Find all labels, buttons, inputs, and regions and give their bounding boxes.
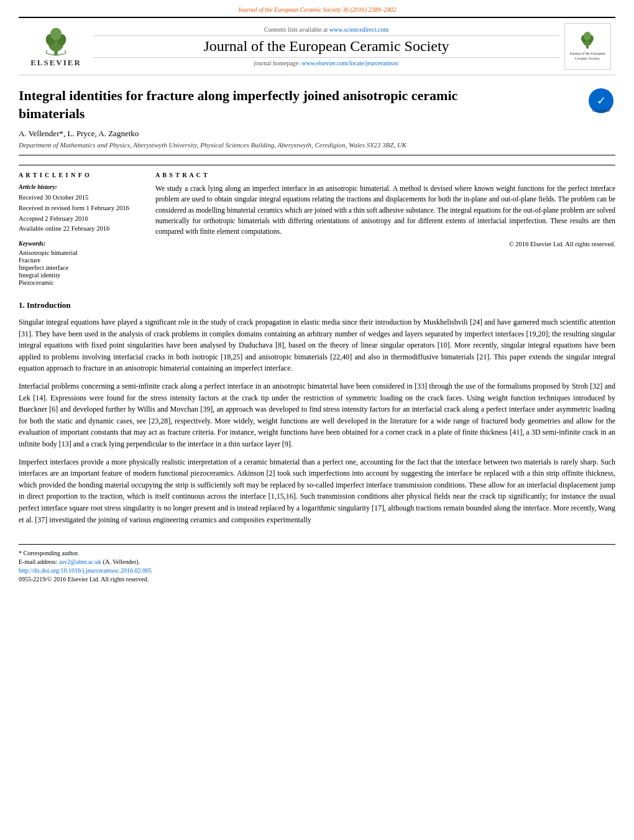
journal-reference-bar: Journal of the European Ceramic Society …	[19, 6, 615, 13]
elsevier-tree-icon	[37, 25, 75, 57]
homepage-line: journal homepage: www.elsevier.com/locat…	[93, 60, 559, 67]
svg-point-9	[584, 32, 591, 40]
journal-ref-text: Journal of the European Ceramic Society …	[237, 6, 396, 13]
svg-text:✓: ✓	[597, 95, 606, 107]
intro-paragraph-3: Imperfect interfaces provide a more phys…	[19, 456, 615, 526]
authors: A. Vellender*, L. Pryce, A. Zagnetko	[19, 129, 615, 139]
corresponding-author-note: * Corresponding author.	[19, 550, 615, 556]
journal-logo-box: Journal of the European Ceramic Society	[564, 23, 611, 70]
intro-heading: 1. Introduction	[19, 299, 615, 312]
doi-line: http://dx.doi.org/10.1016/j.jeurceramsoc…	[19, 567, 615, 574]
elsevier-logo: ELSEVIER	[19, 25, 93, 68]
email-label: E-mail address:	[19, 558, 57, 565]
journal-logo-right: Journal of the European Ceramic Society	[559, 23, 615, 70]
crossmark-container: ✓ CrossMark	[587, 87, 615, 118]
accepted-date: Accepted 2 February 2016	[19, 215, 143, 224]
article-section: ✓ CrossMark Integral identities for frac…	[19, 78, 615, 155]
svg-text:CrossMark: CrossMark	[592, 109, 610, 113]
email-suffix: (A. Vellender).	[103, 558, 140, 565]
article-info-abstract: A R T I C L E I N F O Article history: R…	[19, 165, 615, 287]
article-info-label: A R T I C L E I N F O	[19, 172, 143, 178]
issn-line: 0955-2219/© 2016 Elsevier Ltd. All right…	[19, 576, 615, 583]
contents-line: Contents lists available at www.scienced…	[93, 26, 559, 33]
keyword-1: Anisotropic bimaterial	[19, 249, 143, 256]
email-line: E-mail address: asv2@aber.ac.uk (A. Vell…	[19, 558, 615, 565]
footer: * Corresponding author. E-mail address: …	[19, 544, 615, 583]
article-info-column: A R T I C L E I N F O Article history: R…	[19, 172, 143, 287]
journal-logo-text: Journal of the European Ceramic Society	[567, 52, 609, 62]
available-date: Available online 22 February 2016	[19, 224, 143, 234]
svg-point-4	[50, 27, 62, 40]
intro-paragraph-2: Interfacial problems concerning a semi-i…	[19, 381, 615, 450]
elsevier-wordmark: ELSEVIER	[30, 58, 81, 68]
author-email[interactable]: asv2@aber.ac.uk	[59, 558, 101, 565]
keyword-5: Piezoceramic	[19, 279, 143, 286]
keywords-label: Keywords:	[19, 240, 143, 247]
journal-logo-tree-icon	[578, 31, 597, 50]
header-area: ELSEVIER Contents lists available at www…	[19, 17, 615, 75]
revised-date: Received in revised form 1 February 2016	[19, 204, 143, 213]
header-center: Contents lists available at www.scienced…	[93, 26, 559, 67]
article-title: Integral identities for fracture along i…	[19, 87, 516, 122]
abstract-label: A B S T R A C T	[155, 172, 615, 178]
received-date: Received 30 October 2015	[19, 193, 143, 203]
crossmark-icon: ✓ CrossMark	[587, 87, 615, 115]
copyright: © 2016 Elsevier Ltd. All rights reserved…	[155, 241, 615, 247]
keyword-3: Imperfect interface	[19, 264, 143, 271]
abstract-text: We study a crack lying along an imperfec…	[155, 183, 615, 237]
journal-title: Journal of the European Ceramic Society	[93, 38, 559, 55]
keyword-4: Integral identity	[19, 272, 143, 279]
main-content: 1. Introduction Singular integral equati…	[19, 299, 615, 525]
doi-link[interactable]: http://dx.doi.org/10.1016/j.jeurceramsoc…	[19, 567, 152, 574]
intro-paragraph-1: Singular integral equations have played …	[19, 316, 615, 374]
abstract-column: A B S T R A C T We study a crack lying a…	[155, 172, 615, 287]
sciencedirect-link[interactable]: www.sciencedirect.com	[329, 26, 388, 33]
affiliation: Department of Mathematics and Physics, A…	[19, 141, 615, 149]
history-label: Article history:	[19, 183, 143, 190]
keyword-2: Fracture	[19, 257, 143, 264]
homepage-link[interactable]: www.elsevier.com/locate/jeurceramsoc	[301, 60, 399, 67]
